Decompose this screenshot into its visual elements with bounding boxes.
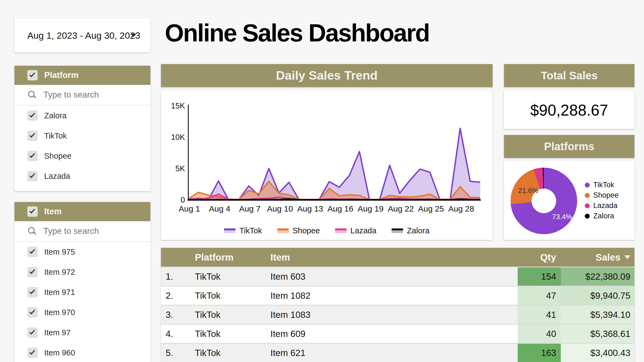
item-search-row (14, 221, 150, 242)
table-row: 5. TikTok Item 621 163 $3,400.43 (161, 343, 634, 362)
pie-legend-label: Shopee (593, 191, 619, 200)
legend-item: TikTok (224, 226, 262, 235)
svg-text:Aug 10: Aug 10 (267, 204, 293, 213)
option-checkbox[interactable] (27, 307, 38, 318)
legend-label: Shopee (293, 226, 320, 235)
cell-rank: 4. (161, 325, 186, 343)
pie-legend-label: Lazada (593, 201, 618, 210)
check-icon (29, 112, 35, 118)
platform-filter-title: Platform (44, 70, 79, 80)
filter-option[interactable]: Zalora (14, 105, 150, 126)
platforms-donut-card: 21.6% 73.4% TikTok Shopee Lazada Zalora (504, 161, 634, 240)
option-checkbox[interactable] (27, 348, 38, 358)
cell-item: Item 621 (263, 344, 518, 362)
cell-sales: $22,380.09 (561, 267, 634, 286)
platform-search-row (14, 85, 150, 105)
cell-item: Item 609 (263, 325, 518, 343)
cell-qty: 163 (518, 344, 561, 362)
table-row: 3. TikTok Item 1083 41 $5,394.10 (161, 305, 634, 324)
cell-platform: TikTok (186, 286, 263, 305)
cell-item: Item 603 (263, 267, 518, 286)
platform-filter-card: Platform Zalora TikTok Shopee Lazada (14, 66, 150, 191)
legend-item: Zalora (392, 226, 429, 235)
option-checkbox[interactable] (27, 151, 38, 161)
date-range-label: Aug 1, 2023 - Aug 30, 2023 (14, 30, 140, 41)
legend-label: Lazada (350, 226, 376, 235)
pie-legend-dot-icon (585, 203, 590, 208)
pie-legend-dot-icon (585, 214, 590, 219)
svg-text:Aug 7: Aug 7 (239, 204, 260, 213)
pie-legend-item: TikTok (585, 181, 619, 189)
filter-option[interactable]: Item 960 (14, 343, 150, 362)
filter-option[interactable]: Item 97 (14, 322, 150, 343)
cell-rank: 2. (161, 286, 186, 305)
legend-label: TikTok (239, 226, 262, 235)
item-filter-header[interactable]: Item (14, 202, 150, 221)
check-icon (29, 132, 35, 138)
option-label: Zalora (44, 111, 67, 120)
filter-option[interactable]: Item 975 (14, 242, 150, 262)
svg-text:Aug 4: Aug 4 (209, 204, 230, 213)
cell-qty: 41 (518, 306, 561, 324)
item-filter-card: Item Item 975 Item 972 Item 971 Item 970… (14, 202, 150, 362)
platforms-title-bar: Platforms (504, 135, 634, 158)
table-row: 4. TikTok Item 609 40 $5,368.61 (161, 324, 634, 343)
option-label: Item 975 (44, 248, 75, 257)
legend-label: Zalora (407, 226, 429, 235)
platform-select-all-checkbox[interactable] (27, 70, 38, 80)
cell-rank: 5. (161, 344, 186, 362)
cell-sales: $3,400.43 (561, 344, 634, 362)
option-checkbox[interactable] (27, 327, 38, 338)
chevron-down-icon (131, 34, 136, 37)
platforms-legend: TikTok Shopee Lazada Zalora (585, 181, 619, 220)
check-icon (29, 152, 35, 158)
platform-filter-header[interactable]: Platform (14, 66, 150, 85)
total-sales-value: $90,288.67 (530, 101, 608, 119)
table-header-sales[interactable]: Sales (561, 248, 634, 267)
pie-legend-item: Lazada (585, 202, 619, 210)
table-header-item[interactable]: Item (263, 248, 518, 267)
total-sales-card: $90,288.67 (504, 91, 634, 129)
filter-option[interactable]: Item 970 (14, 302, 150, 322)
svg-text:15K: 15K (171, 101, 185, 110)
table-header-platform[interactable]: Platform (186, 248, 263, 267)
option-checkbox[interactable] (27, 287, 38, 297)
cell-platform: TikTok (186, 267, 263, 286)
cell-platform: TikTok (186, 344, 263, 362)
total-sales-title: Total Sales (541, 70, 598, 82)
svg-text:5K: 5K (175, 164, 185, 173)
option-label: Item 971 (44, 288, 75, 297)
item-search-input[interactable] (43, 226, 125, 236)
trend-area-chart: 05K10K15KAug 1Aug 4Aug 7Aug 10Aug 13Aug … (161, 91, 493, 227)
table-header-qty[interactable]: Qty (518, 248, 561, 267)
option-label: Item 970 (44, 308, 75, 317)
filter-option[interactable]: Item 972 (14, 262, 150, 282)
cell-qty: 154 (518, 267, 561, 286)
check-icon (29, 268, 35, 274)
filter-option[interactable]: Lazada (14, 166, 150, 186)
pie-legend-dot-icon (585, 183, 590, 188)
page-title: Online Sales Dashboard (165, 19, 429, 47)
filter-option[interactable]: TikTok (14, 126, 150, 146)
svg-text:Aug 19: Aug 19 (358, 204, 384, 213)
cell-rank: 1. (161, 267, 186, 286)
option-checkbox[interactable] (27, 171, 38, 181)
filter-option[interactable]: Shopee (14, 146, 150, 166)
cell-platform: TikTok (186, 306, 263, 324)
item-select-all-checkbox[interactable] (27, 206, 38, 217)
platform-search-input[interactable] (43, 90, 125, 100)
option-checkbox[interactable] (27, 247, 38, 257)
filter-option[interactable]: Item 971 (14, 282, 150, 302)
svg-text:Aug 1: Aug 1 (179, 204, 200, 213)
svg-text:10K: 10K (171, 133, 185, 141)
legend-item: Shopee (277, 226, 320, 235)
option-checkbox[interactable] (27, 110, 38, 121)
option-checkbox[interactable] (27, 267, 38, 277)
pie-legend-dot-icon (585, 193, 590, 198)
item-filter-title: Item (44, 207, 62, 216)
pie-legend-item: Zalora (585, 212, 619, 220)
date-range-selector[interactable]: Aug 1, 2023 - Aug 30, 2023 (14, 19, 150, 52)
check-icon (29, 329, 35, 335)
check-icon (29, 71, 35, 77)
option-checkbox[interactable] (27, 131, 38, 141)
